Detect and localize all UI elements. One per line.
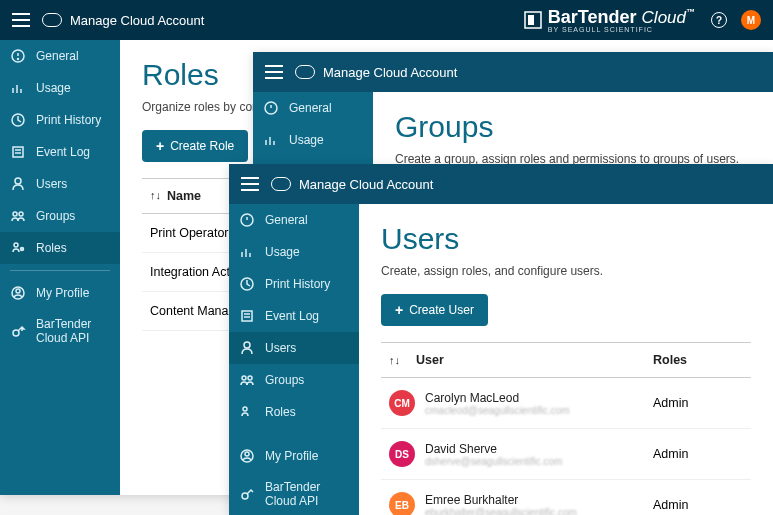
cloud-icon [271, 177, 291, 191]
page-subtitle: Create, assign roles, and configure user… [381, 264, 751, 278]
svg-point-14 [19, 212, 23, 216]
svg-rect-33 [242, 311, 252, 321]
create-role-button[interactable]: +Create Role [142, 130, 248, 162]
svg-point-38 [248, 376, 252, 380]
sidebar-roles: General Usage Print History Event Log Us… [0, 40, 120, 495]
sidebar-item-users[interactable]: Users [229, 332, 359, 364]
svg-point-15 [14, 243, 18, 247]
help-icon[interactable]: ? [711, 12, 727, 28]
user-email: cmacleod@seagullscientific.com [425, 405, 570, 416]
table-row[interactable]: CMCarolyn MacLeodcmacleod@seagullscienti… [381, 378, 751, 429]
svg-point-37 [242, 376, 246, 380]
sidebar-item-event-log[interactable]: Event Log [0, 136, 120, 168]
hamburger-icon[interactable] [12, 13, 30, 27]
svg-point-41 [245, 452, 249, 456]
cloud-icon [295, 65, 315, 79]
sidebar-item-print-history[interactable]: Print History [0, 104, 120, 136]
sidebar-item-api[interactable]: BarTender Cloud API [229, 472, 359, 515]
sidebar-item-my-profile[interactable]: My Profile [229, 440, 359, 472]
user-email: eburkhalter@seagullscientific.com [425, 507, 577, 516]
titlebar-users: Manage Cloud Account [229, 164, 773, 204]
table-header: ↑↓User Roles [381, 342, 751, 378]
svg-point-12 [15, 178, 21, 184]
sidebar-item-users[interactable]: Users [0, 168, 120, 200]
table-row[interactable]: EBEmree Burkhaltereburkhalter@seagullsci… [381, 480, 751, 515]
user-email: dsherve@seagullscientific.com [425, 456, 562, 467]
avatar: EB [389, 492, 415, 515]
cloud-icon [42, 13, 62, 27]
user-name: Carolyn MacLeod [425, 391, 570, 405]
svg-rect-1 [528, 15, 534, 25]
sidebar-item-print-history[interactable]: Print History [229, 268, 359, 300]
svg-point-39 [243, 407, 247, 411]
page-title: Users [381, 222, 751, 256]
avatar: CM [389, 390, 415, 416]
sidebar-item-general[interactable]: General [0, 40, 120, 72]
svg-point-36 [244, 342, 250, 348]
user-role: Admin [653, 498, 743, 512]
sort-icon[interactable]: ↑↓ [150, 189, 161, 203]
avatar: DS [389, 441, 415, 467]
brand-logo: BarTender Cloud™ BY SEAGULL SCIENTIFIC ?… [524, 7, 761, 33]
svg-rect-9 [13, 147, 23, 157]
svg-point-13 [13, 212, 17, 216]
sidebar-users: General Usage Print History Event Log Us… [229, 204, 359, 515]
user-name: Emree Burkhalter [425, 493, 577, 507]
user-avatar-badge[interactable]: M [741, 10, 761, 30]
sidebar-item-groups[interactable]: Groups [229, 364, 359, 396]
svg-point-4 [18, 59, 19, 60]
col-user[interactable]: User [416, 353, 444, 367]
sidebar-item-api[interactable]: BarTender Cloud API [0, 309, 120, 353]
titlebar-label: Manage Cloud Account [299, 177, 433, 192]
sidebar-item-usage[interactable]: Usage [253, 124, 373, 156]
sidebar-item-usage[interactable]: Usage [0, 72, 120, 104]
sidebar-item-roles[interactable]: Roles [229, 396, 359, 428]
titlebar-label: Manage Cloud Account [323, 65, 457, 80]
sidebar-item-general[interactable]: General [253, 92, 373, 124]
sidebar-item-my-profile[interactable]: My Profile [0, 277, 120, 309]
titlebar-roles: Manage Cloud Account BarTender Cloud™ BY… [0, 0, 773, 40]
sidebar-item-groups[interactable]: Groups [0, 200, 120, 232]
sidebar-item-event-log[interactable]: Event Log [229, 300, 359, 332]
sidebar-item-roles[interactable]: Roles [0, 232, 120, 264]
titlebar-groups: Manage Cloud Account [253, 52, 773, 92]
hamburger-icon[interactable] [241, 177, 259, 191]
user-role: Admin [653, 396, 743, 410]
sidebar-item-usage[interactable]: Usage [229, 236, 359, 268]
create-user-button[interactable]: +Create User [381, 294, 488, 326]
table-row[interactable]: DSDavid Shervedsherve@seagullscientific.… [381, 429, 751, 480]
sidebar-item-general[interactable]: General [229, 204, 359, 236]
svg-point-19 [16, 289, 20, 293]
sort-icon[interactable]: ↑↓ [389, 354, 400, 366]
user-name: David Sherve [425, 442, 562, 456]
titlebar-label: Manage Cloud Account [70, 13, 204, 28]
hamburger-icon[interactable] [265, 65, 283, 79]
user-role: Admin [653, 447, 743, 461]
col-roles[interactable]: Roles [653, 353, 743, 367]
page-title: Groups [395, 110, 751, 144]
col-name: Name [167, 189, 201, 203]
